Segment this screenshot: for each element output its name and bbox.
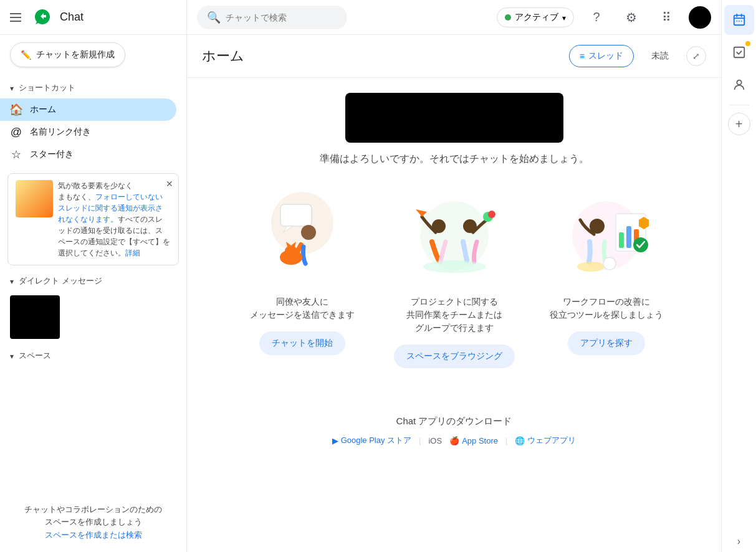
feature-card-space: プロジェクトに関する共同作業をチームまたはグループで行えます スペースをブラウジ… [386,186,523,368]
sidebar-item-home-label: ホーム [30,104,56,115]
svg-point-27 [736,21,737,22]
sidebar-item-starred-label: スター付き [30,149,74,160]
page-title: ホーム [202,47,562,65]
app-illustration [557,186,656,285]
user-avatar-button[interactable] [689,6,711,29]
space-card-desc: プロジェクトに関する共同作業をチームまたはグループで行えます [406,295,502,335]
thread-button[interactable]: ≡ スレッド [569,45,634,67]
svg-point-29 [740,21,742,22]
svg-rect-2 [280,204,312,226]
thread-label: スレッド [588,50,623,62]
app-title: Chat [60,11,84,24]
chevron-right-icon: › [737,536,740,546]
browse-spaces-button[interactable]: スペースをブラウジング [394,345,515,368]
unread-button[interactable]: 未読 [641,45,679,67]
content-header: ホーム ≡ スレッド 未読 ⤢ [187,35,721,78]
download-links: ▶ Google Play ストア | iOS 🍎 App Store | 🌐 … [332,435,577,446]
svg-point-9 [420,201,489,270]
calendar-panel-button[interactable] [724,5,754,35]
sidebar-footer-text: チャットやコラボレーションのためのスペースを作成しましょう [10,503,176,530]
contacts-icon [732,78,746,92]
svg-point-4 [301,225,316,240]
svg-point-28 [739,21,740,22]
home-icon: 🏠 [10,103,22,116]
tasks-icon [732,45,746,59]
apps-button[interactable]: ⠿ [654,5,679,30]
new-chat-button[interactable]: ✏️ チャットを新規作成 [10,42,125,67]
download-section: Chat アプリのダウンロード ▶ Google Play ストア | iOS … [322,406,586,456]
right-panel-divider [729,105,749,105]
tasks-badge [745,41,750,46]
dm-avatar [10,295,60,339]
new-chat-icon: ✏️ [21,50,31,60]
thread-icon: ≡ [580,51,585,61]
contacts-panel-button[interactable] [724,70,754,100]
chat-illustration [252,186,352,285]
play-store-icon: ▶ [332,436,338,445]
status-button[interactable]: アクティブ [497,7,574,27]
svg-marker-11 [416,209,427,217]
dm-section-header[interactable]: ダイレクト メッセージ [0,270,186,292]
notification-card: ✕ 気が散る要素を少なく まもなく、フォローしていないスレッドに関する通知が表示… [7,173,179,265]
global-header: 🔍 アクティブ ? ⚙ ⠿ [187,0,721,35]
app-store-label: App Store [462,436,498,445]
svg-rect-19 [619,232,624,248]
search-bar[interactable]: 🔍 [197,6,347,29]
app-store-link[interactable]: 🍎 App Store [449,436,498,445]
right-panel: + › [721,0,756,552]
app-logo [32,7,52,27]
search-icon: 🔍 [207,11,221,24]
add-integration-button[interactable]: + [728,113,750,135]
notification-detail-link[interactable]: 詳細 [125,249,140,257]
web-app-link[interactable]: 🌐 ウェブアプリ [515,435,576,446]
svg-point-15 [423,260,486,273]
search-input[interactable] [226,12,337,22]
google-play-link[interactable]: ▶ Google Play ストア [332,435,411,446]
app-card-desc: ワークフローの改善に役立つツールを探しましょう [550,295,663,321]
sidebar-top-bar: Chat [0,0,186,35]
ios-label: iOS [428,436,442,445]
feature-card-app: ワークフローの改善に役立つツールを探しましょう アプリを探す [538,186,675,368]
new-chat-label: チャットを新規作成 [36,49,115,60]
find-apps-button[interactable]: アプリを探す [568,331,645,355]
notification-illustration [16,180,53,217]
svg-point-14 [488,211,495,218]
help-button[interactable]: ? [584,5,609,30]
hamburger-menu-button[interactable] [10,10,25,25]
spaces-chevron-icon [10,351,14,361]
status-label: アクティブ [515,12,558,23]
start-chat-button[interactable]: チャットを開始 [259,331,345,355]
sidebar-item-mentions[interactable]: @ 名前リンク付き [0,121,176,143]
svg-point-24 [577,262,605,272]
expand-button[interactable]: ⤢ [686,46,706,66]
svg-rect-20 [626,226,631,248]
shortcuts-section: ショートカット 🏠 ホーム @ 名前リンク付き ☆ スター付き [0,75,186,168]
sidebar-item-home[interactable]: 🏠 ホーム [0,98,176,121]
shortcuts-label: ショートカット [19,82,75,93]
dm-section-label: ダイレクト メッセージ [19,275,102,287]
spaces-section-label: スペース [19,350,51,361]
svg-point-31 [737,80,741,85]
star-icon: ☆ [10,148,22,161]
create-space-link[interactable]: スペースを作成または検索 [45,530,142,540]
sidebar-item-starred[interactable]: ☆ スター付き [0,143,176,166]
tasks-panel-button[interactable] [724,37,754,67]
web-app-label: ウェブアプリ [527,435,576,446]
sidebar-item-mentions-label: 名前リンク付き [30,126,91,138]
space-illustration [404,186,504,285]
svg-rect-26 [734,16,744,26]
shortcuts-section-header[interactable]: ショートカット [0,77,186,98]
svg-point-25 [603,257,616,270]
right-panel-expand-button[interactable]: › [737,536,740,547]
dm-item[interactable] [0,292,186,343]
calendar-icon [732,13,746,27]
settings-button[interactable]: ⚙ [619,5,644,30]
chat-card-desc: 同僚や友人にメッセージを送信できます [250,295,355,321]
welcome-text: 準備はよろしいですか。それではチャットを始めましょう。 [320,153,589,166]
svg-point-6 [285,245,297,257]
notification-close-button[interactable]: ✕ [165,178,175,190]
spaces-section-header[interactable]: スペース [0,345,186,366]
web-icon: 🌐 [515,436,525,445]
divider-2: | [505,436,507,445]
download-title: Chat アプリのダウンロード [332,416,577,427]
